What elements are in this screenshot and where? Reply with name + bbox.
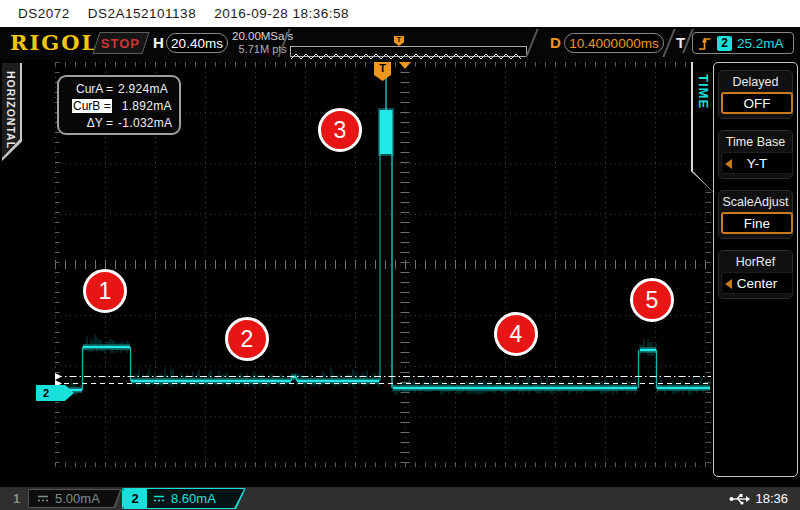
channel1-scale: 5.00mA	[55, 491, 100, 506]
tab-time-menu[interactable]: TIME	[691, 62, 713, 192]
annotation-circle-3: 3	[318, 108, 362, 152]
serial-label: DS2A152101138	[88, 6, 196, 21]
annotation-circle-4: 4	[494, 312, 538, 356]
clock-area: 18:36	[729, 491, 788, 506]
memory-waveform-strip	[290, 46, 527, 57]
cursor-row-b: CurB = 1.892mA	[63, 97, 173, 114]
delayed-value[interactable]: OFF	[721, 92, 793, 114]
usb-icon	[729, 493, 751, 505]
horizontal-reference-icon	[399, 62, 411, 69]
graticule-plot: T CurA = 2.924mA CurB = 1.892mA ΔY = -1.…	[55, 62, 711, 467]
annotation-circle-1: 1	[83, 269, 127, 313]
timebase-value[interactable]: Y-T	[721, 152, 793, 174]
annotation-circle-2: 2	[225, 317, 269, 361]
trigger-info-box: 2 25.2mA	[692, 32, 794, 54]
cursor-row-a: CurA = 2.924mA	[63, 80, 173, 97]
left-arrow-icon	[725, 159, 732, 169]
status-header: RIGOL STOP H 20.40ms 20.00MSa/s 5.71M pt…	[0, 27, 800, 60]
run-status-badge: STOP	[92, 32, 149, 54]
channel1-box[interactable]: 5.00mA	[28, 489, 122, 508]
scaleadjust-value[interactable]: Fine	[721, 212, 793, 234]
dc-coupling-icon	[153, 494, 165, 503]
datetime-label: 2016-09-28 18:36:58	[214, 6, 349, 21]
delay-label: D	[550, 34, 561, 51]
oscilloscope-screen: DS2072 DS2A152101138 2016-09-28 18:36:58…	[0, 0, 800, 510]
softkey-menu: Delayed OFF Time Base Y-T ScaleAdjust Fi…	[713, 62, 798, 477]
trigger-source-chip: 2	[717, 36, 732, 51]
channel2-scale: 8.60mA	[171, 491, 216, 506]
timebase-readout: 20.40ms	[166, 33, 228, 53]
time-tab-label: TIME	[696, 74, 711, 109]
cursor-measurement-box[interactable]: CurA = 2.924mA CurB = 1.892mA ΔY = -1.03…	[57, 75, 181, 135]
horref-value[interactable]: Center	[721, 272, 793, 294]
display-area: HORIZONTAL T CurA = 2.924mA CurB = 1.892…	[0, 60, 800, 487]
channel-statusbar: 1 5.00mA 2 8.60mA	[0, 487, 800, 510]
cursor-row-delta: ΔY = -1.032mA	[63, 114, 173, 131]
rigol-logo: RIGOL	[10, 30, 98, 55]
menu-item-scaleadjust[interactable]: ScaleAdjust Fine	[718, 190, 793, 239]
trigger-delay-readout: 10.4000000ms	[564, 33, 664, 53]
clock-label: 18:36	[755, 491, 788, 506]
channel1-number: 1	[13, 491, 20, 506]
tab-horizontal[interactable]: HORIZONTAL	[2, 63, 22, 161]
left-arrow-icon	[725, 279, 732, 289]
dc-coupling-icon	[37, 494, 49, 503]
annotation-circle-5: 5	[630, 278, 674, 322]
horizontal-tab-label: HORIZONTAL	[5, 71, 17, 149]
model-label: DS2072	[18, 6, 70, 21]
horizontal-label: H	[153, 34, 164, 51]
menu-item-delayed[interactable]: Delayed OFF	[718, 70, 793, 119]
channel2-number: 2	[123, 489, 147, 508]
menu-item-timebase[interactable]: Time Base Y-T	[718, 130, 793, 179]
trigger-level-readout: 25.2mA	[737, 36, 784, 51]
memory-trigger-flag-icon: T	[394, 36, 404, 46]
menu-item-horref[interactable]: HorRef Center	[718, 250, 793, 299]
capture-titlebar: DS2072 DS2A152101138 2016-09-28 18:36:58	[0, 0, 800, 27]
rising-edge-icon	[698, 35, 712, 52]
channel2-box[interactable]: 2 8.60mA	[122, 488, 246, 509]
